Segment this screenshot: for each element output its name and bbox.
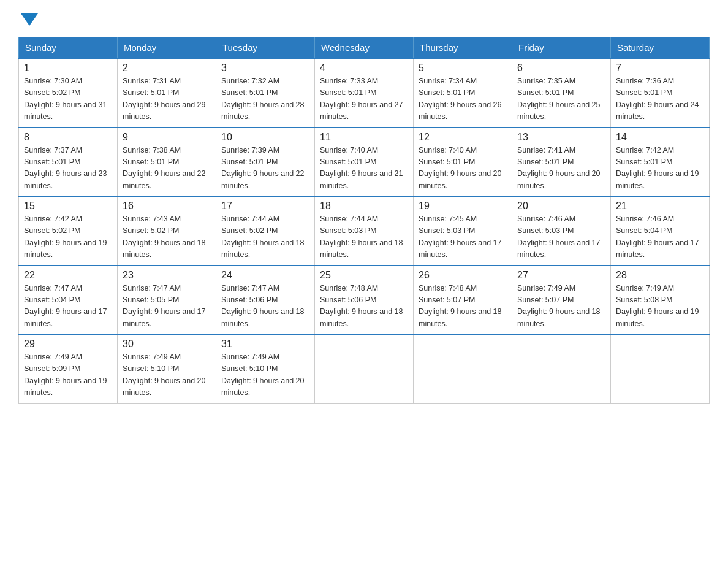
calendar-cell: 1 Sunrise: 7:30 AM Sunset: 5:02 PM Dayli… — [19, 58, 118, 128]
calendar-cell — [512, 334, 611, 403]
day-number: 27 — [517, 270, 605, 281]
calendar-cell: 21 Sunrise: 7:46 AM Sunset: 5:04 PM Dayl… — [611, 196, 710, 266]
calendar-cell: 9 Sunrise: 7:38 AM Sunset: 5:01 PM Dayli… — [118, 128, 216, 197]
day-number: 24 — [221, 270, 309, 281]
day-header-sunday: Sunday — [19, 37, 118, 59]
calendar-cell: 20 Sunrise: 7:46 AM Sunset: 5:03 PM Dayl… — [512, 196, 611, 266]
day-number: 11 — [320, 132, 408, 143]
calendar-cell: 18 Sunrise: 7:44 AM Sunset: 5:03 PM Dayl… — [315, 196, 414, 266]
calendar-cell: 3 Sunrise: 7:32 AM Sunset: 5:01 PM Dayli… — [216, 58, 315, 128]
day-info: Sunrise: 7:42 AM Sunset: 5:02 PM Dayligh… — [24, 213, 112, 261]
calendar-cell: 22 Sunrise: 7:47 AM Sunset: 5:04 PM Dayl… — [19, 266, 118, 335]
day-number: 23 — [123, 270, 211, 281]
day-info: Sunrise: 7:42 AM Sunset: 5:01 PM Dayligh… — [616, 145, 704, 193]
day-info: Sunrise: 7:35 AM Sunset: 5:01 PM Dayligh… — [517, 75, 605, 123]
day-info: Sunrise: 7:46 AM Sunset: 5:03 PM Dayligh… — [517, 213, 605, 261]
calendar-cell: 27 Sunrise: 7:49 AM Sunset: 5:07 PM Dayl… — [512, 266, 611, 335]
day-info: Sunrise: 7:49 AM Sunset: 5:07 PM Dayligh… — [517, 283, 605, 331]
day-number: 3 — [221, 63, 309, 74]
calendar-header-row: SundayMondayTuesdayWednesdayThursdayFrid… — [19, 37, 710, 59]
calendar-cell: 8 Sunrise: 7:37 AM Sunset: 5:01 PM Dayli… — [19, 128, 118, 197]
day-number: 15 — [24, 201, 112, 212]
calendar-cell: 11 Sunrise: 7:40 AM Sunset: 5:01 PM Dayl… — [315, 128, 414, 197]
day-number: 31 — [221, 339, 309, 350]
day-info: Sunrise: 7:49 AM Sunset: 5:10 PM Dayligh… — [221, 351, 309, 399]
week-row-4: 22 Sunrise: 7:47 AM Sunset: 5:04 PM Dayl… — [19, 266, 710, 335]
day-info: Sunrise: 7:38 AM Sunset: 5:01 PM Dayligh… — [123, 145, 211, 193]
calendar-cell: 29 Sunrise: 7:49 AM Sunset: 5:09 PM Dayl… — [19, 334, 118, 403]
day-info: Sunrise: 7:32 AM Sunset: 5:01 PM Dayligh… — [221, 75, 309, 123]
calendar-cell — [611, 334, 710, 403]
day-number: 22 — [24, 270, 112, 281]
day-info: Sunrise: 7:34 AM Sunset: 5:01 PM Dayligh… — [419, 75, 507, 123]
calendar-cell: 2 Sunrise: 7:31 AM Sunset: 5:01 PM Dayli… — [118, 58, 216, 128]
calendar-cell — [315, 334, 414, 403]
week-row-1: 1 Sunrise: 7:30 AM Sunset: 5:02 PM Dayli… — [19, 58, 710, 128]
day-number: 28 — [616, 270, 704, 281]
calendar-cell: 4 Sunrise: 7:33 AM Sunset: 5:01 PM Dayli… — [315, 58, 414, 128]
day-number: 5 — [419, 63, 507, 74]
day-info: Sunrise: 7:43 AM Sunset: 5:02 PM Dayligh… — [123, 213, 211, 261]
calendar-cell: 14 Sunrise: 7:42 AM Sunset: 5:01 PM Dayl… — [611, 128, 710, 197]
day-info: Sunrise: 7:48 AM Sunset: 5:06 PM Dayligh… — [320, 283, 408, 331]
calendar-cell: 23 Sunrise: 7:47 AM Sunset: 5:05 PM Dayl… — [118, 266, 216, 335]
day-number: 26 — [419, 270, 507, 281]
day-number: 4 — [320, 63, 408, 74]
calendar-cell — [414, 334, 512, 403]
calendar-cell: 31 Sunrise: 7:49 AM Sunset: 5:10 PM Dayl… — [216, 334, 315, 403]
day-info: Sunrise: 7:41 AM Sunset: 5:01 PM Dayligh… — [517, 145, 605, 193]
calendar-table: SundayMondayTuesdayWednesdayThursdayFrid… — [18, 37, 710, 404]
day-info: Sunrise: 7:47 AM Sunset: 5:04 PM Dayligh… — [24, 283, 112, 331]
day-number: 6 — [517, 63, 605, 74]
day-number: 16 — [123, 201, 211, 212]
calendar-cell: 24 Sunrise: 7:47 AM Sunset: 5:06 PM Dayl… — [216, 266, 315, 335]
day-info: Sunrise: 7:46 AM Sunset: 5:04 PM Dayligh… — [616, 213, 704, 261]
calendar-cell: 25 Sunrise: 7:48 AM Sunset: 5:06 PM Dayl… — [315, 266, 414, 335]
day-number: 19 — [419, 201, 507, 212]
calendar-cell: 19 Sunrise: 7:45 AM Sunset: 5:03 PM Dayl… — [414, 196, 512, 266]
day-info: Sunrise: 7:39 AM Sunset: 5:01 PM Dayligh… — [221, 145, 309, 193]
day-header-friday: Friday — [512, 37, 611, 59]
day-info: Sunrise: 7:44 AM Sunset: 5:03 PM Dayligh… — [320, 213, 408, 261]
calendar-cell: 5 Sunrise: 7:34 AM Sunset: 5:01 PM Dayli… — [414, 58, 512, 128]
logo-triangle-icon — [21, 13, 38, 26]
day-info: Sunrise: 7:47 AM Sunset: 5:05 PM Dayligh… — [123, 283, 211, 331]
logo — [18, 12, 38, 26]
day-number: 10 — [221, 132, 309, 143]
day-number: 29 — [24, 339, 112, 350]
day-header-wednesday: Wednesday — [315, 37, 414, 59]
day-number: 7 — [616, 63, 704, 74]
day-info: Sunrise: 7:49 AM Sunset: 5:10 PM Dayligh… — [123, 351, 211, 399]
day-info: Sunrise: 7:40 AM Sunset: 5:01 PM Dayligh… — [419, 145, 507, 193]
day-info: Sunrise: 7:49 AM Sunset: 5:09 PM Dayligh… — [24, 351, 112, 399]
calendar-cell: 10 Sunrise: 7:39 AM Sunset: 5:01 PM Dayl… — [216, 128, 315, 197]
day-header-thursday: Thursday — [414, 37, 512, 59]
day-info: Sunrise: 7:31 AM Sunset: 5:01 PM Dayligh… — [123, 75, 211, 123]
day-number: 2 — [123, 63, 211, 74]
day-number: 25 — [320, 270, 408, 281]
day-number: 12 — [419, 132, 507, 143]
day-header-monday: Monday — [118, 37, 216, 59]
day-number: 21 — [616, 201, 704, 212]
day-number: 1 — [24, 63, 112, 74]
week-row-3: 15 Sunrise: 7:42 AM Sunset: 5:02 PM Dayl… — [19, 196, 710, 266]
day-number: 17 — [221, 201, 309, 212]
day-number: 30 — [123, 339, 211, 350]
day-number: 14 — [616, 132, 704, 143]
calendar-cell: 16 Sunrise: 7:43 AM Sunset: 5:02 PM Dayl… — [118, 196, 216, 266]
day-info: Sunrise: 7:45 AM Sunset: 5:03 PM Dayligh… — [419, 213, 507, 261]
calendar-cell: 12 Sunrise: 7:40 AM Sunset: 5:01 PM Dayl… — [414, 128, 512, 197]
day-info: Sunrise: 7:49 AM Sunset: 5:08 PM Dayligh… — [616, 283, 704, 331]
week-row-2: 8 Sunrise: 7:37 AM Sunset: 5:01 PM Dayli… — [19, 128, 710, 197]
day-header-saturday: Saturday — [611, 37, 710, 59]
page-header — [18, 12, 710, 26]
calendar-cell: 7 Sunrise: 7:36 AM Sunset: 5:01 PM Dayli… — [611, 58, 710, 128]
day-header-tuesday: Tuesday — [216, 37, 315, 59]
calendar-cell: 30 Sunrise: 7:49 AM Sunset: 5:10 PM Dayl… — [118, 334, 216, 403]
day-info: Sunrise: 7:48 AM Sunset: 5:07 PM Dayligh… — [419, 283, 507, 331]
day-info: Sunrise: 7:44 AM Sunset: 5:02 PM Dayligh… — [221, 213, 309, 261]
day-info: Sunrise: 7:37 AM Sunset: 5:01 PM Dayligh… — [24, 145, 112, 193]
calendar-cell: 13 Sunrise: 7:41 AM Sunset: 5:01 PM Dayl… — [512, 128, 611, 197]
calendar-cell: 26 Sunrise: 7:48 AM Sunset: 5:07 PM Dayl… — [414, 266, 512, 335]
calendar-cell: 6 Sunrise: 7:35 AM Sunset: 5:01 PM Dayli… — [512, 58, 611, 128]
